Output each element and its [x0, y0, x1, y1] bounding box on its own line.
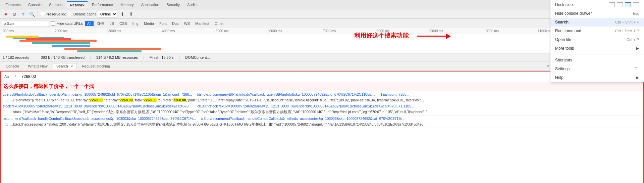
nav-tab-console[interactable]: Console: [25, 2, 45, 8]
settings-shortcut: F1: [635, 67, 639, 71]
open-file-label: Open file: [555, 37, 571, 42]
filter-type-tabs: All XHR JS CSS Img Media Font Doc WS Man…: [85, 21, 226, 26]
preserve-log-label[interactable]: Preserve log: [40, 12, 66, 16]
context-menu: Dock side Hide console drawer Esc Search…: [550, 0, 644, 82]
toolbar: ● ⊘ ▿ 🔍 Preserve log Disable cache Onlin…: [0, 9, 644, 19]
upload-button[interactable]: ⬆: [119, 10, 126, 18]
search-result-url-2[interactable]: stock?skuId=100005724692&area=15_1213_30…: [1, 103, 643, 109]
separator-status-3: |: [143, 55, 144, 59]
tick-6000: 6000 ms: [268, 28, 322, 34]
domcontent-status: DOMContent...: [185, 55, 210, 59]
filter-tab-font[interactable]: Font: [157, 21, 169, 26]
filter-tab-manifest[interactable]: Manifest: [193, 21, 212, 26]
help-arrow: ▶: [636, 75, 639, 80]
search-button[interactable]: 🔍: [28, 10, 36, 18]
timeline-header: 1000 ms 2000 ms 3000 ms 4000 ms 5000 ms …: [0, 28, 644, 34]
filter-tab-doc[interactable]: Doc: [170, 21, 181, 26]
separator-status-1: |: [35, 55, 36, 59]
annotation-text-2: 这么多接口，都返回了价格，一个一个找: [3, 83, 94, 89]
search-label: Search: [555, 20, 569, 25]
filter-tab-img[interactable]: Img: [130, 21, 141, 26]
tick-9000: 9000 ms: [429, 28, 483, 34]
dock-icon-bottom[interactable]: [609, 2, 615, 7]
tick-4000: 4000 ms: [161, 28, 215, 34]
disable-cache-checkbox[interactable]: [68, 12, 72, 16]
close-pane-button[interactable]: ✕: [547, 64, 550, 68]
tick-10000: 10000 ms: [483, 28, 537, 34]
search-result-url-1[interactable]: queryBtPlanInfo.do?callback=queryBtPlanI…: [1, 91, 643, 97]
nav-tab-audits[interactable]: Audits: [184, 2, 201, 8]
nav-tab-application[interactable]: Application: [138, 2, 163, 8]
filter-tab-media[interactable]: Media: [142, 21, 156, 26]
disable-cache-label[interactable]: Disable cache: [68, 12, 97, 16]
search-results: queryBtPlanInfo.do?callback=queryBtPlanI…: [1, 91, 643, 183]
context-menu-settings[interactable]: Settings F1: [550, 64, 644, 73]
context-menu-run-command[interactable]: Run command Ctrl + Shift + P: [550, 27, 644, 35]
filter-tab-js[interactable]: JS: [107, 21, 116, 26]
nav-tab-security[interactable]: Security: [163, 2, 183, 8]
dock-icon-right[interactable]: [617, 2, 623, 7]
hide-data-urls-label[interactable]: Hide data URLs: [51, 21, 83, 26]
context-menu-more-tools[interactable]: More tools ▶: [550, 44, 644, 53]
context-menu-search[interactable]: Search Ctrl + Shift + F: [550, 18, 644, 27]
search-result-line-3-1[interactable]: 1 ...back({"accessories":{ "status":200 …: [1, 122, 643, 128]
hide-data-urls-checkbox[interactable]: [51, 21, 55, 26]
regex-button[interactable]: .*: [12, 74, 17, 79]
context-menu-dock-side[interactable]: Dock side: [550, 0, 644, 9]
tick-2000: 2000 ms: [54, 28, 107, 34]
waterfall-bar: [32, 42, 90, 44]
nav-tab-elements[interactable]: Elements: [2, 2, 24, 8]
filter-tab-css[interactable]: CSS: [117, 21, 129, 26]
search-text-input[interactable]: [20, 73, 623, 80]
hide-data-urls-text: Hide data URLs: [57, 21, 83, 26]
nav-tab-memory[interactable]: Memory: [117, 2, 137, 8]
filter-button[interactable]: ▿: [19, 10, 27, 18]
main-content: Aa .* ↻ ⊘ 这么多接口，都返回了价格，一个一个找 queryBtPlan…: [0, 71, 644, 183]
run-command-shortcut: Ctrl + Shift + P: [615, 29, 639, 33]
filter-tab-ws[interactable]: WS: [181, 21, 192, 26]
transferred-status: 383 B / 143 KB transferred: [41, 55, 85, 59]
context-menu-help[interactable]: Help ▶: [550, 73, 644, 82]
filter-tab-xhr[interactable]: XHR: [94, 21, 107, 26]
disable-cache-text: Disable cache: [73, 12, 97, 16]
preserve-log-checkbox[interactable]: [40, 12, 44, 16]
help-label: Help: [555, 75, 564, 80]
nav-tab-sources[interactable]: Sources: [46, 2, 66, 8]
panel-tabs-row: Console What's New Search ✕ Request bloc…: [0, 61, 644, 71]
context-menu-open-file[interactable]: Open file Ctrl + P: [550, 35, 644, 44]
filter-bar: Hide data URLs All XHR JS CSS Img Media …: [0, 19, 644, 28]
nav-tab-performance[interactable]: Performance: [89, 2, 116, 8]
status-bar: 1 / 182 requests | 383 B / 143 KB transf…: [0, 53, 644, 61]
context-menu-hide-console[interactable]: Hide console drawer Esc: [550, 9, 644, 18]
search-tab-close[interactable]: ✕: [70, 64, 73, 68]
filter-tab-other[interactable]: Other: [212, 21, 226, 26]
dock-icon-window[interactable]: [633, 2, 639, 7]
url-filter-input[interactable]: [2, 20, 49, 27]
timeline-area: 1000 ms 2000 ms 3000 ms 4000 ms 5000 ms …: [0, 28, 644, 53]
download-button[interactable]: ⬇: [127, 10, 135, 18]
dock-icon-left[interactable]: [625, 2, 631, 7]
search-result-line-1-1[interactable]: 1 ...{"planInfos":[{"fee":0.00,"planFee"…: [1, 97, 643, 103]
tab-whats-new[interactable]: What's New: [24, 63, 51, 69]
match-case-button[interactable]: Aa: [3, 74, 10, 79]
preserve-log-text: Preserve log: [46, 12, 66, 16]
search-result-line-2-1[interactable]: 1 ...stock:{"isWalMar":false,"isJDexpres…: [1, 109, 643, 115]
tab-request-blocking[interactable]: Request blocking: [78, 63, 114, 69]
open-file-shortcut: Ctrl + P: [627, 38, 639, 42]
tab-console[interactable]: Console: [2, 63, 23, 69]
tab-search[interactable]: Search ✕: [53, 63, 77, 69]
record-button[interactable]: ●: [2, 10, 9, 18]
context-menu-shortcuts[interactable]: Shortcuts: [550, 56, 644, 64]
filter-tab-all[interactable]: All: [85, 21, 94, 26]
tick-7000: 7000 ms: [322, 28, 376, 34]
throttle-select[interactable]: Online: [98, 11, 117, 17]
stop-button[interactable]: ⊘: [11, 10, 18, 18]
line-num: 1: [6, 110, 8, 114]
search-options: Aa .*: [3, 74, 18, 79]
nav-tab-network[interactable]: Network: [67, 1, 88, 8]
finish-status: Finish: 13.50 s: [150, 55, 174, 59]
search-result-url-3[interactable]: recommend?callback=handleComboCallback&m…: [1, 116, 643, 122]
waterfall-bar: [52, 45, 90, 47]
settings-label: Settings: [555, 66, 570, 71]
resources-status: 314 B / 9.2 MB resources: [96, 55, 138, 59]
